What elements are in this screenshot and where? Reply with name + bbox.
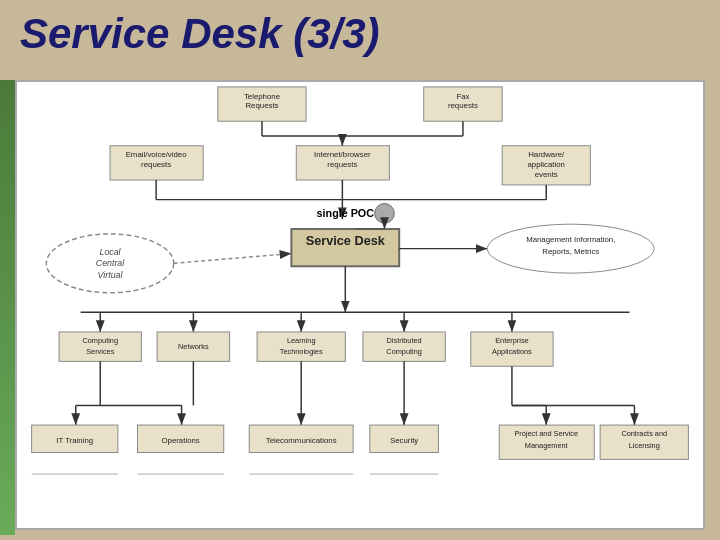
svg-text:Applications: Applications xyxy=(492,347,532,356)
svg-text:Contracts and: Contracts and xyxy=(621,429,667,438)
svg-text:Networks: Networks xyxy=(178,342,209,351)
svg-text:events: events xyxy=(535,170,558,179)
svg-text:Operations: Operations xyxy=(161,436,199,445)
svg-text:Project and Service: Project and Service xyxy=(514,429,578,438)
svg-text:Telephone: Telephone xyxy=(244,92,280,101)
svg-text:application: application xyxy=(528,160,565,169)
left-accent-bar xyxy=(0,80,15,535)
svg-text:Service Desk: Service Desk xyxy=(306,233,386,248)
svg-text:Hardware/: Hardware/ xyxy=(528,150,565,159)
svg-text:Virtual: Virtual xyxy=(98,270,124,280)
svg-text:single POC: single POC xyxy=(317,207,375,219)
svg-text:IT Training: IT Training xyxy=(56,436,93,445)
svg-text:Local: Local xyxy=(100,247,122,257)
svg-text:Telecommunications: Telecommunications xyxy=(266,436,337,445)
svg-text:Distributed: Distributed xyxy=(387,336,422,345)
page-title: Service Desk (3/3) xyxy=(0,0,720,63)
svg-text:Email/voice/video: Email/voice/video xyxy=(126,150,188,159)
svg-text:requests: requests xyxy=(448,101,478,110)
svg-text:Requests: Requests xyxy=(245,101,278,110)
svg-text:Licensing: Licensing xyxy=(629,441,660,450)
svg-text:Computing: Computing xyxy=(82,336,118,345)
svg-text:Central: Central xyxy=(96,258,125,268)
svg-line-39 xyxy=(174,254,292,264)
svg-text:Fax: Fax xyxy=(456,92,469,101)
svg-text:Learning: Learning xyxy=(287,336,316,345)
diagram-svg: Telephone Requests Fax requests Email/vo… xyxy=(17,82,703,528)
svg-text:Security: Security xyxy=(390,436,418,445)
svg-text:Services: Services xyxy=(86,347,114,356)
svg-text:requests: requests xyxy=(327,160,357,169)
svg-point-30 xyxy=(375,204,395,224)
svg-text:requests: requests xyxy=(141,160,171,169)
svg-text:Reports, Metrics: Reports, Metrics xyxy=(542,247,599,256)
svg-text:Management: Management xyxy=(525,441,568,450)
svg-text:Internet/browser: Internet/browser xyxy=(314,150,371,159)
svg-text:Enterprise: Enterprise xyxy=(495,336,528,345)
diagram-container: Telephone Requests Fax requests Email/vo… xyxy=(15,80,705,530)
svg-text:Computing: Computing xyxy=(386,347,422,356)
svg-text:Management Information,: Management Information, xyxy=(526,235,615,244)
svg-text:Technologies: Technologies xyxy=(280,347,323,356)
